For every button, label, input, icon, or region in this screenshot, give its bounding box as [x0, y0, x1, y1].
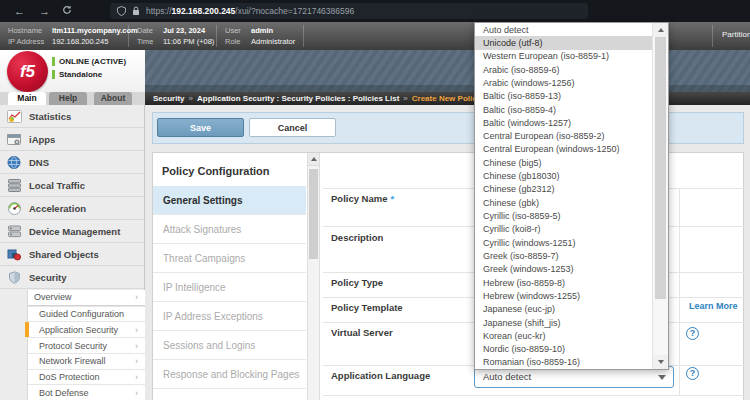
sidebar-item-security[interactable]: Security — [0, 266, 144, 289]
language-option[interactable]: Greek (iso-8859-7) — [475, 249, 652, 262]
language-option[interactable]: Romanian (iso-8859-16) — [475, 356, 652, 369]
sidebar-item-iapps[interactable]: iApps — [0, 128, 144, 151]
save-button[interactable]: Save — [157, 118, 244, 137]
nav-attack-signatures[interactable]: Attack Signatures — [153, 215, 306, 244]
lock-icon[interactable] — [132, 2, 140, 20]
security-shield-icon — [7, 271, 22, 284]
language-option[interactable]: Chinese (gbk) — [475, 196, 652, 209]
submenu-item-overview[interactable]: Overview › — [28, 290, 145, 306]
language-option[interactable]: Chinese (big5) — [475, 156, 652, 169]
header-divider — [128, 25, 129, 47]
scrollbar-thumb[interactable] — [655, 37, 666, 299]
cancel-button[interactable]: Cancel — [249, 118, 336, 137]
language-option[interactable]: Chinese (gb2312) — [475, 183, 652, 196]
learn-more-link[interactable]: Learn More — [689, 301, 738, 311]
language-option[interactable]: Arabic (windows-1256) — [475, 76, 652, 89]
application-language-label: Application Language — [331, 370, 430, 381]
language-option[interactable]: Cyrillic (windows-1251) — [475, 236, 652, 249]
language-option[interactable]: Baltic (iso-8859-13) — [475, 90, 652, 103]
sidebar-item-local-traffic[interactable]: Local Traffic — [0, 174, 144, 197]
sidebar-item-dns[interactable]: DNS — [0, 151, 144, 174]
submenu-item-bot-defense[interactable]: Bot Defense › — [28, 384, 145, 400]
language-option[interactable]: Western European (iso-8859-1) — [475, 50, 652, 63]
language-option[interactable]: Arabic (iso-8859-6) — [475, 63, 652, 76]
browser-back-icon[interactable]: ← — [14, 0, 25, 22]
language-option-selected[interactable]: Unicode (utf-8) — [475, 36, 652, 49]
content-scrollbar[interactable] — [307, 153, 320, 400]
nav-threat-campaigns[interactable]: Threat Campaigns — [153, 244, 306, 273]
required-marker: * — [391, 193, 395, 204]
language-option[interactable]: Nordic (iso-8859-10) — [475, 343, 652, 356]
browser-forward-icon[interactable]: → — [39, 0, 50, 22]
statistics-icon — [7, 110, 22, 123]
host-info: Hostnameltm111.mycompany.com IP Address1… — [8, 25, 138, 47]
sidebar-item-label: Security — [29, 272, 67, 283]
sidebar-item-acceleration[interactable]: Acceleration — [0, 197, 144, 220]
dropdown-scrollbar[interactable] — [652, 23, 668, 369]
submenu-item-application-security[interactable]: Application Security › — [28, 321, 145, 337]
submenu-item-guided-configuration[interactable]: Guided Configuration — [28, 306, 145, 322]
select-current-value: Auto detect — [483, 367, 531, 387]
nav-ip-address-exceptions[interactable]: IP Address Exceptions — [153, 302, 306, 331]
language-option[interactable]: Baltic (windows-1257) — [475, 116, 652, 129]
scroll-up-arrow-icon[interactable] — [308, 153, 319, 166]
language-option[interactable]: Hebrew (windows-1255) — [475, 289, 652, 302]
language-option[interactable]: Baltic (iso-8859-4) — [475, 103, 652, 116]
submenu-item-network-firewall[interactable]: Network Firewall › — [28, 353, 145, 369]
security-submenu: Overview › Guided Configuration Applicat… — [28, 290, 145, 400]
scrollbar-thumb[interactable] — [309, 169, 318, 259]
sidebar-item-label: Local Traffic — [29, 180, 85, 191]
virtual-server-help-icon[interactable]: ? — [686, 327, 699, 340]
language-option[interactable]: Auto detect — [475, 23, 652, 36]
sidebar-item-device-management[interactable]: Device Management — [0, 220, 144, 243]
status-mode: Standalone — [52, 70, 102, 79]
browser-reload-icon[interactable] — [62, 0, 72, 22]
language-option[interactable]: Hebrew (iso-8859-8) — [475, 276, 652, 289]
scroll-down-arrow-icon[interactable] — [653, 355, 668, 369]
sidebar-item-label: iApps — [29, 134, 55, 145]
sidebar-item-label: Shared Objects — [29, 249, 99, 260]
language-option[interactable]: Central European (iso-8859-2) — [475, 130, 652, 143]
language-option[interactable]: Cyrillic (iso-8859-5) — [475, 209, 652, 222]
breadcrumb-root[interactable]: Security — [153, 94, 185, 103]
language-option[interactable]: Greek (windows-1253) — [475, 263, 652, 276]
scroll-up-arrow-icon[interactable] — [653, 23, 668, 37]
language-option[interactable]: Cyrillic (koi8-r) — [475, 223, 652, 236]
status-state-label: ONLINE (ACTIVE) — [59, 57, 126, 66]
logo-area: f5 ONLINE (ACTIVE) Standalone — [0, 50, 145, 92]
submenu-item-protocol-security[interactable]: Protocol Security › — [28, 337, 145, 353]
tab-main[interactable]: Main — [8, 92, 46, 105]
language-option[interactable]: Japanese (euc-jp) — [475, 303, 652, 316]
acceleration-icon — [7, 202, 22, 215]
address-bar[interactable]: https://192.168.200.245/xui/?nocache=172… — [110, 3, 588, 19]
nav-response-blocking-pages[interactable]: Response and Blocking Pages — [153, 360, 306, 389]
language-option[interactable]: Korean (euc-kr) — [475, 329, 652, 342]
submenu-item-dos-protection[interactable]: DoS Protection › — [28, 369, 145, 385]
partition-selector[interactable]: Partition — [722, 29, 750, 40]
submenu-label: Overview — [34, 292, 72, 302]
tab-help[interactable]: Help — [49, 92, 87, 105]
language-option[interactable]: Chinese (gb18030) — [475, 169, 652, 182]
header-divider — [712, 25, 713, 47]
policy-section-nav: General Settings Attack Signatures Threa… — [153, 186, 306, 389]
sidebar-item-shared-objects[interactable]: Shared Objects — [0, 243, 144, 266]
breadcrumb-path[interactable]: Application Security : Security Policies… — [197, 94, 399, 103]
application-language-help-icon[interactable]: ? — [686, 367, 699, 380]
policy-template-label: Policy Template — [331, 302, 403, 313]
language-option[interactable]: Japanese (shift_jis) — [475, 316, 652, 329]
language-option[interactable]: Central European (windows-1250) — [475, 143, 652, 156]
nav-sessions-and-logins[interactable]: Sessions and Logins — [153, 331, 306, 360]
tab-about[interactable]: About — [94, 92, 132, 105]
f5-configuration-utility: ← → https://192.168.200.245/xui/?nocache… — [0, 0, 750, 400]
sidebar-item-statistics[interactable]: Statistics — [0, 105, 144, 128]
main-navigation: Statistics iApps DNS Local Traffic Accel… — [0, 105, 145, 400]
status-green-bar — [52, 57, 55, 66]
chevron-right-icon: › — [135, 372, 138, 382]
nav-ip-intelligence[interactable]: IP Intelligence — [153, 273, 306, 302]
panel-title: Policy Configuration — [162, 165, 270, 177]
datetime-info: DateJul 23, 2024 Time11:06 PM (+08) — [137, 25, 214, 47]
submenu-label: Guided Configuration — [39, 309, 124, 319]
nav-general-settings[interactable]: General Settings — [153, 186, 306, 215]
tracking-shield-icon[interactable] — [117, 2, 126, 20]
row-divider — [323, 395, 744, 396]
